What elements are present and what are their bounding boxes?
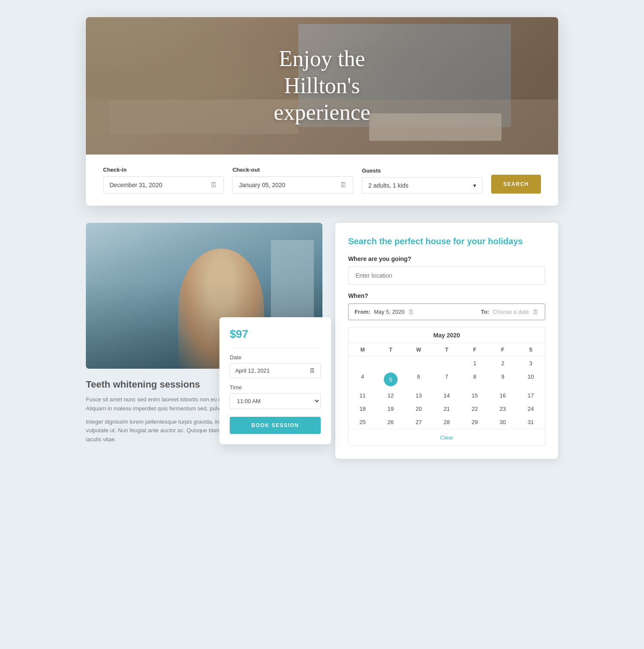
guests-select[interactable]: 2 adults, 1 kids ▾ — [362, 177, 483, 194]
hotel-hero-text: Enjoy the Hillton's experience — [273, 45, 370, 126]
location-input[interactable] — [348, 267, 545, 285]
calendar-day[interactable]: 6 — [405, 370, 433, 389]
dental-section: Teeth whitening sessions Fusce sit amet … — [86, 223, 322, 455]
calendar-day[interactable]: 1 — [461, 357, 489, 370]
calendar-day[interactable]: 21 — [433, 402, 461, 415]
calendar-day[interactable]: 17 — [517, 389, 545, 402]
date-label: Date — [230, 354, 321, 361]
date-calendar-icon: 🗓 — [310, 367, 315, 374]
calendar-day — [377, 357, 404, 370]
calendar-day-header: T — [377, 343, 404, 357]
calendar-day-header: S — [517, 343, 545, 357]
checkout-label: Check-out — [232, 167, 353, 173]
dental-booking-card: $97 Date April 12, 2021 🗓 Time 11:00 AM … — [219, 317, 331, 444]
calendar-day[interactable]: 29 — [461, 415, 489, 429]
calendar-selected-day[interactable]: 5 — [384, 373, 398, 386]
dental-price: $97 — [230, 328, 321, 341]
to-calendar-icon: 🗓 — [532, 308, 539, 315]
calendar-month-year: May 2020 — [349, 328, 545, 343]
calendar-footer: Clear — [349, 429, 545, 446]
hotel-search-button[interactable]: SEARCH — [491, 175, 541, 194]
calendar-day[interactable]: 19 — [377, 402, 404, 415]
checkout-calendar-icon: 🗓 — [340, 181, 347, 189]
where-label: Where are you going? — [348, 255, 545, 262]
checkout-input[interactable]: January 05, 2020 🗓 — [232, 176, 353, 194]
calendar-day-header: F — [489, 343, 516, 357]
date-input[interactable]: April 12, 2021 🗓 — [230, 363, 321, 378]
date-range-box[interactable]: From: May 5, 2020 🗓 To: Choose a date 🗓 — [348, 303, 545, 320]
checkout-field: Check-out January 05, 2020 🗓 — [232, 167, 353, 194]
calendar-day-header: F — [461, 343, 489, 357]
checkin-field: Check-in December 31, 2020 🗓 — [103, 167, 224, 194]
calendar-day[interactable]: 9 — [489, 370, 516, 389]
calendar-day[interactable]: 25 — [349, 415, 377, 429]
calendar: May 2020 MTWTFFS123456789101112131415161… — [348, 327, 545, 446]
calendar-day[interactable]: 3 — [517, 357, 545, 370]
calendar-day[interactable]: 22 — [461, 402, 489, 415]
calendar-day — [405, 357, 433, 370]
calendar-day[interactable]: 16 — [489, 389, 516, 402]
holiday-card: Search the perfect house for your holida… — [335, 223, 558, 459]
calendar-day[interactable]: 28 — [433, 415, 461, 429]
calendar-grid: MTWTFFS123456789101112131415161718192021… — [349, 343, 545, 429]
hotel-booking-bar: Check-in December 31, 2020 🗓 Check-out J… — [86, 155, 558, 206]
calendar-day[interactable]: 20 — [405, 402, 433, 415]
calendar-day[interactable]: 12 — [377, 389, 404, 402]
checkin-calendar-icon: 🗓 — [210, 181, 217, 189]
time-group: Time 11:00 AM 12:00 PM 1:00 PM — [230, 384, 321, 409]
calendar-day[interactable]: 31 — [517, 415, 545, 429]
calendar-day[interactable]: 14 — [433, 389, 461, 402]
date-range-to: To: Choose a date 🗓 — [481, 308, 539, 315]
time-label: Time — [230, 384, 321, 391]
hotel-hero: Enjoy the Hillton's experience — [86, 17, 558, 155]
calendar-day[interactable]: 30 — [489, 415, 516, 429]
calendar-day-header: T — [433, 343, 461, 357]
calendar-day[interactable]: 13 — [405, 389, 433, 402]
calendar-day[interactable]: 5 — [377, 370, 404, 389]
date-group: Date April 12, 2021 🗓 — [230, 354, 321, 378]
bottom-row: Teeth whitening sessions Fusce sit amet … — [86, 223, 558, 459]
calendar-day-header: W — [405, 343, 433, 357]
calendar-day — [433, 357, 461, 370]
calendar-day[interactable]: 26 — [377, 415, 404, 429]
calendar-day[interactable]: 2 — [489, 357, 516, 370]
holiday-title: Search the perfect house for your holida… — [348, 236, 545, 247]
calendar-day[interactable]: 10 — [517, 370, 545, 389]
guests-chevron-icon: ▾ — [473, 182, 476, 189]
calendar-day-header: M — [349, 343, 377, 357]
book-session-button[interactable]: BOOK SESSION — [230, 417, 321, 434]
calendar-day[interactable]: 8 — [461, 370, 489, 389]
calendar-day — [349, 357, 377, 370]
guests-field: Guests 2 adults, 1 kids ▾ — [362, 167, 483, 194]
calendar-clear-link[interactable]: Clear — [440, 434, 453, 441]
time-select-input[interactable]: 11:00 AM 12:00 PM 1:00 PM — [230, 394, 320, 409]
calendar-day[interactable]: 4 — [349, 370, 377, 389]
calendar-day[interactable]: 7 — [433, 370, 461, 389]
calendar-day[interactable]: 23 — [489, 402, 516, 415]
calendar-day[interactable]: 18 — [349, 402, 377, 415]
time-select[interactable]: 11:00 AM 12:00 PM 1:00 PM — [230, 393, 321, 409]
guests-label: Guests — [362, 167, 483, 174]
when-label: When? — [348, 292, 545, 299]
checkin-label: Check-in — [103, 167, 224, 173]
calendar-day[interactable]: 15 — [461, 389, 489, 402]
hero-line1: Enjoy the — [279, 46, 365, 71]
hero-line3: experience — [273, 100, 370, 124]
date-range-from: From: May 5, 2020 🗓 — [355, 308, 414, 315]
calendar-day[interactable]: 27 — [405, 415, 433, 429]
from-calendar-icon: 🗓 — [408, 308, 414, 315]
hero-line2: Hillton's — [284, 73, 360, 98]
calendar-day[interactable]: 24 — [517, 402, 545, 415]
checkin-input[interactable]: December 31, 2020 🗓 — [103, 176, 224, 194]
hotel-card: Enjoy the Hillton's experience Check-in … — [86, 17, 558, 206]
calendar-day[interactable]: 11 — [349, 389, 377, 402]
